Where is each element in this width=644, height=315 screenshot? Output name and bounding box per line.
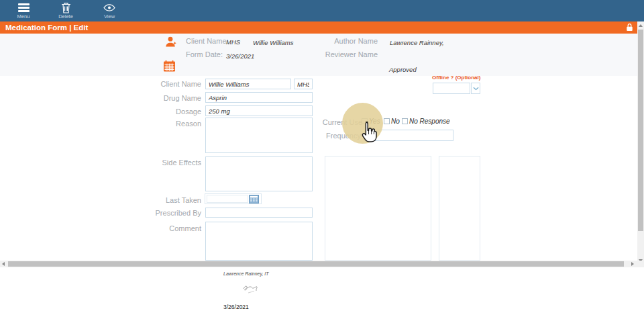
signature-scribble bbox=[241, 283, 260, 298]
current-use-noresponse-checkbox[interactable] bbox=[402, 118, 408, 124]
header-status: Approved bbox=[389, 66, 417, 73]
prescribed-by-input[interactable] bbox=[205, 208, 313, 218]
title-bar: Medication Form | Edit bbox=[0, 21, 637, 34]
scroll-left-arrow-icon[interactable] bbox=[2, 262, 5, 266]
drug-name-label: Drug Name bbox=[164, 94, 201, 102]
current-use-noresponse-label: No Response bbox=[409, 118, 450, 125]
delete-button-label: Delete bbox=[58, 13, 73, 19]
prescribed-by-label: Prescribed By bbox=[156, 209, 201, 217]
scrollbar-corner bbox=[637, 261, 644, 267]
eye-icon bbox=[103, 4, 115, 11]
scroll-right-arrow-icon[interactable] bbox=[631, 262, 634, 266]
hand-cursor-icon bbox=[360, 121, 380, 146]
right-panel-large-box[interactable] bbox=[325, 156, 431, 261]
header-form-date-label: Form Date: bbox=[186, 50, 223, 58]
side-effects-textarea[interactable] bbox=[205, 156, 313, 191]
person-add-icon bbox=[165, 36, 177, 50]
menu-button-label: Menu bbox=[17, 13, 30, 19]
horizontal-scrollbar[interactable] bbox=[0, 261, 637, 267]
signed-by-text: Lawrence Rainney, IT bbox=[223, 271, 269, 276]
trash-icon bbox=[61, 2, 71, 13]
header-client-name-label: Client Name: bbox=[186, 37, 229, 45]
offline-optional-label: Offline ? (Optional) bbox=[432, 75, 480, 81]
menu-icon bbox=[18, 3, 30, 12]
header-author-name-label: Author Name bbox=[334, 37, 378, 45]
medication-form-screen: Menu Delete View Medication Form | Edit bbox=[0, 0, 644, 315]
right-panel-narrow-box[interactable] bbox=[439, 156, 480, 261]
form-header-panel: Client Name: MHS Willie Williams Author … bbox=[0, 34, 637, 76]
client-name-input[interactable] bbox=[205, 79, 291, 89]
vertical-scrollbar[interactable] bbox=[637, 21, 644, 267]
reason-label: Reason bbox=[176, 120, 201, 128]
calendar-icon bbox=[163, 60, 176, 75]
offline-dropdown-button[interactable] bbox=[471, 83, 480, 94]
drug-name-input[interactable] bbox=[205, 92, 313, 103]
reason-textarea[interactable] bbox=[205, 118, 313, 153]
header-client-code: MHS bbox=[226, 38, 240, 46]
signature-footer: Lawrence Rainney, IT 3/26/2021 bbox=[0, 267, 644, 315]
chevron-down-icon bbox=[473, 87, 479, 91]
header-reviewer-name-label: Reviewer Name bbox=[325, 50, 378, 58]
vertical-scrollbar-thumb[interactable] bbox=[638, 30, 643, 231]
client-code-input[interactable] bbox=[294, 79, 313, 89]
date-picker-button[interactable] bbox=[249, 194, 259, 203]
side-effects-label: Side Effects bbox=[162, 159, 202, 167]
last-taken-label: Last Taken bbox=[166, 196, 201, 204]
dosage-input[interactable] bbox=[205, 105, 313, 116]
date-picker-calendar-icon bbox=[249, 195, 259, 204]
header-author-name: Lawrence Rainney, bbox=[390, 39, 444, 46]
offline-dropdown-input[interactable] bbox=[433, 83, 470, 94]
scroll-up-arrow-icon[interactable] bbox=[639, 24, 643, 27]
current-use-no-label: No bbox=[391, 118, 400, 125]
page-title: Medication Form | Edit bbox=[5, 24, 88, 32]
delete-button[interactable]: Delete bbox=[54, 2, 78, 19]
view-button[interactable]: View bbox=[97, 2, 121, 19]
menu-button[interactable]: Menu bbox=[11, 2, 36, 19]
top-toolbar: Menu Delete View bbox=[0, 0, 644, 21]
header-form-date: 3/26/2021 bbox=[226, 52, 254, 60]
current-use-no-checkbox[interactable] bbox=[384, 118, 390, 124]
header-client-name: Willie Williams bbox=[253, 39, 294, 46]
comment-label: Comment bbox=[169, 224, 201, 232]
horizontal-scrollbar-thumb[interactable] bbox=[8, 261, 624, 267]
dosage-label: Dosage bbox=[176, 107, 201, 116]
last-taken-input[interactable] bbox=[207, 195, 248, 203]
comment-textarea[interactable] bbox=[205, 222, 313, 261]
client-name-label: Client Name bbox=[160, 80, 201, 88]
view-button-label: View bbox=[104, 13, 115, 19]
signature-date: 3/26/2021 bbox=[223, 304, 249, 310]
